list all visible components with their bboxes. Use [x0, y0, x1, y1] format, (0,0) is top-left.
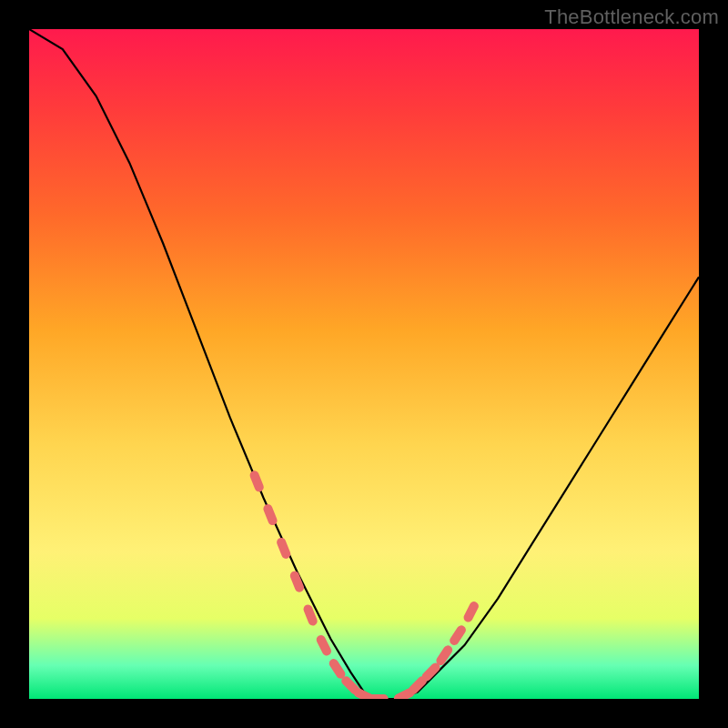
bottleneck-curve-line [29, 29, 699, 699]
chart-frame: TheBottleneck.com [0, 0, 728, 728]
highlight-dash [427, 668, 436, 677]
highlight-dash [399, 693, 410, 698]
highlight-dash [295, 576, 299, 588]
highlight-dash [308, 610, 313, 622]
highlight-dash [454, 630, 461, 641]
highlight-dash [281, 542, 286, 554]
highlight-dash [469, 606, 474, 618]
watermark-text: TheBottleneck.com [544, 5, 719, 29]
highlight-dash [440, 650, 448, 661]
highlight-dash [255, 475, 259, 487]
chart-plot-area [29, 29, 699, 699]
highlight-dashed-left [255, 475, 384, 699]
highlight-dashed-right [399, 606, 474, 698]
chart-svg [29, 29, 699, 699]
highlight-dash [334, 663, 341, 674]
highlight-dash [268, 509, 272, 521]
highlight-dash [321, 640, 327, 652]
highlight-dash [413, 681, 422, 690]
highlight-dash [346, 681, 355, 690]
